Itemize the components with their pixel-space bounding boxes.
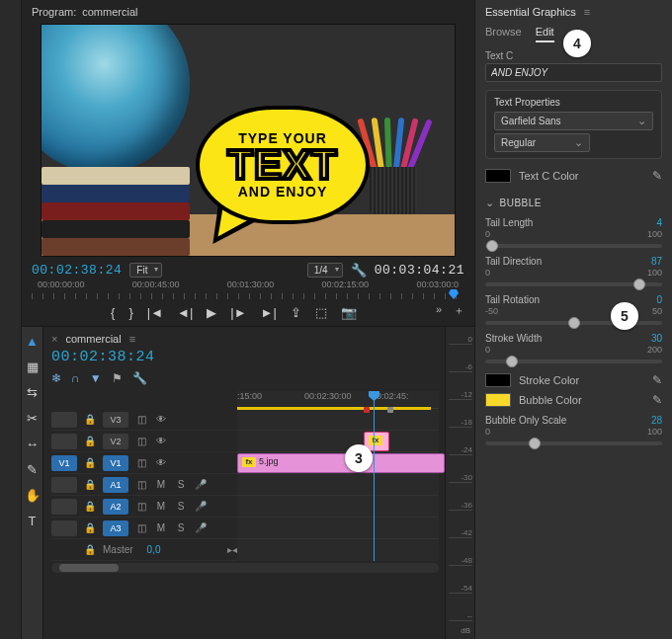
lock-icon[interactable]: 🔒	[83, 501, 97, 512]
eye-icon[interactable]: 👁	[154, 436, 168, 446]
text-color-swatch[interactable]	[485, 169, 511, 183]
type-tool[interactable]: T	[25, 513, 41, 528]
solo-icon[interactable]: S	[174, 522, 188, 533]
slider-value[interactable]: 4	[656, 217, 662, 228]
slider-track[interactable]	[485, 359, 662, 363]
track-label[interactable]: A1	[103, 477, 128, 493]
master-value[interactable]: 0,0	[147, 544, 161, 555]
bubble-section-header[interactable]: BUBBLE	[485, 197, 662, 209]
eye-icon[interactable]: 👁	[154, 414, 168, 425]
razor-tool[interactable]: ✂	[25, 410, 41, 426]
settings-wrench-icon[interactable]: 🔧	[351, 263, 367, 278]
slip-tool[interactable]: ↔	[25, 436, 41, 451]
lock-icon[interactable]: 🔒	[83, 522, 97, 533]
track-label[interactable]: V2	[103, 434, 128, 449]
go-to-in-button[interactable]: |◄	[147, 305, 163, 320]
slider-thumb[interactable]	[568, 317, 580, 329]
slider-thumb[interactable]	[506, 356, 518, 367]
track-header-v1[interactable]: V1 🔒 V1 ◫ 👁	[51, 452, 237, 474]
lock-icon[interactable]: 🔒	[83, 479, 97, 490]
lock-icon[interactable]: 🔒	[83, 457, 97, 468]
track-select-tool[interactable]: ▦	[25, 359, 41, 374]
eyedropper-icon[interactable]: ✎	[652, 373, 662, 387]
clip-video[interactable]: fx5.jpg	[237, 453, 445, 473]
program-time-ruler[interactable]: 00:00:00:00 00:00:45:00 00:01:30:00 00:0…	[32, 280, 464, 299]
slider-thumb[interactable]	[529, 438, 541, 449]
zoom-fit-dropdown[interactable]: Fit	[129, 263, 162, 278]
program-current-timecode[interactable]: 00:02:38:24	[32, 263, 122, 278]
sync-lock-icon[interactable]: ◫	[134, 436, 148, 446]
step-forward-button[interactable]: |►	[230, 305, 246, 320]
sync-lock-icon[interactable]: ◫	[134, 522, 148, 533]
slider-value[interactable]: 28	[651, 415, 662, 426]
source-patch[interactable]	[51, 477, 77, 493]
step-back-button[interactable]: ◄|	[177, 305, 193, 320]
stroke-color-swatch[interactable]	[485, 373, 511, 387]
hand-tool[interactable]: ✋	[25, 487, 41, 503]
panel-menu-icon[interactable]: ≡	[129, 333, 135, 345]
track-header-a3[interactable]: 🔒 A3 ◫ M S 🎤	[51, 518, 237, 539]
solo-icon[interactable]: S	[174, 501, 188, 512]
pen-tool[interactable]: ✎	[25, 461, 41, 477]
mark-out-button[interactable]: }	[128, 305, 132, 320]
timeline-settings-icon[interactable]: ⚑	[112, 371, 123, 385]
slider-track[interactable]	[485, 282, 662, 286]
track-label[interactable]: A2	[103, 499, 128, 515]
close-sequence-icon[interactable]: ×	[51, 333, 57, 345]
mute-icon[interactable]: M	[154, 522, 168, 533]
eye-icon[interactable]: 👁	[154, 457, 168, 468]
source-patch[interactable]	[51, 434, 77, 449]
mute-icon[interactable]: M	[154, 501, 168, 512]
slider-track[interactable]	[485, 244, 662, 248]
sync-lock-icon[interactable]: ◫	[134, 457, 148, 468]
source-patch[interactable]: V1	[51, 455, 77, 471]
slider-value[interactable]: 30	[651, 333, 662, 344]
lift-button[interactable]: ⇪	[291, 305, 301, 320]
text-c-input[interactable]	[485, 63, 662, 82]
timeline-ruler[interactable]: :15:00 00:02:30:00 00:02:45:	[237, 391, 439, 409]
slider-track[interactable]	[485, 441, 662, 445]
export-frame-button[interactable]: 📷	[341, 305, 357, 320]
lock-icon[interactable]: 🔒	[83, 436, 97, 446]
timeline-wrench-icon[interactable]: 🔧	[132, 371, 147, 385]
track-header-v2[interactable]: 🔒 V2 ◫ 👁	[51, 431, 237, 452]
eyedropper-icon[interactable]: ✎	[652, 393, 662, 407]
track-header-v3[interactable]: 🔒 V3 ◫ 👁	[51, 409, 237, 431]
tab-edit[interactable]: Edit	[536, 26, 554, 42]
mute-icon[interactable]: M	[154, 479, 168, 490]
add-marker-icon[interactable]: ▼	[90, 371, 102, 385]
timeline-track-area[interactable]: :15:00 00:02:30:00 00:02:45:	[237, 391, 439, 561]
slider-thumb[interactable]	[633, 279, 645, 290]
source-patch[interactable]	[51, 412, 77, 428]
button-editor-button[interactable]: ＋	[454, 303, 464, 318]
panel-menu-icon[interactable]: ≡	[584, 6, 590, 18]
sync-lock-icon[interactable]: ◫	[134, 414, 148, 425]
track-label[interactable]: V1	[103, 455, 128, 471]
slider-value[interactable]: 0	[656, 294, 662, 305]
voiceover-icon[interactable]: 🎤	[194, 522, 208, 533]
font-family-dropdown[interactable]: Garfield Sans	[494, 112, 653, 130]
extract-button[interactable]: ⬚	[315, 305, 327, 320]
ripple-edit-tool[interactable]: ⇆	[25, 384, 41, 400]
track-header-a2[interactable]: 🔒 A2 ◫ M S 🎤	[51, 496, 237, 518]
sync-lock-icon[interactable]: ◫	[134, 479, 148, 490]
bubble-color-swatch[interactable]	[485, 393, 511, 407]
timeline-playhead[interactable]	[374, 391, 375, 561]
tab-browse[interactable]: Browse	[485, 26, 522, 42]
source-patch[interactable]	[51, 499, 77, 515]
timeline-horizontal-scrollbar[interactable]	[51, 563, 439, 573]
go-to-out-button[interactable]: ►|	[261, 305, 277, 320]
linked-selection-icon[interactable]: ∩	[71, 371, 80, 385]
channels-icon[interactable]: ▸◂	[227, 544, 237, 555]
timeline-sequence-name[interactable]: commercial	[65, 333, 121, 345]
selection-tool[interactable]: ▲	[25, 333, 41, 349]
font-style-dropdown[interactable]: Regular	[494, 133, 590, 152]
scrollbar-thumb[interactable]	[59, 564, 119, 572]
eyedropper-icon[interactable]: ✎	[652, 169, 662, 183]
sync-lock-icon[interactable]: ◫	[134, 501, 148, 512]
voiceover-icon[interactable]: 🎤	[194, 501, 208, 512]
slider-value[interactable]: 87	[651, 256, 662, 267]
playback-resolution-dropdown[interactable]: 1/4	[307, 263, 343, 278]
lock-icon[interactable]: 🔒	[83, 544, 97, 555]
source-patch[interactable]	[51, 520, 77, 536]
